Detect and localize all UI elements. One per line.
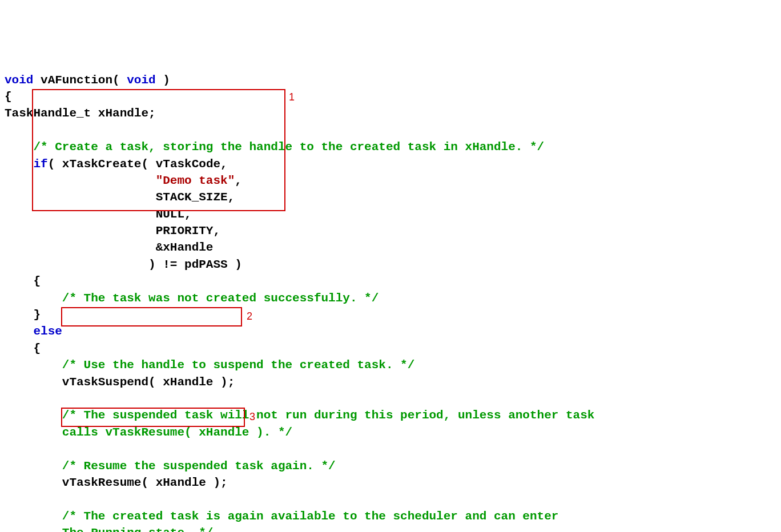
arg-handle: &xHandle	[5, 241, 213, 254]
code-block: void vAFunction( void ) { TaskHandle_t x…	[5, 72, 776, 532]
brace-open-3: {	[5, 342, 41, 355]
code-text: ,	[235, 174, 242, 187]
comment-resume: /* Resume the suspended task again. */	[5, 460, 336, 473]
call-vtaskresume: vTaskResume( xHandle );	[5, 476, 228, 489]
comment-suspend: /* Use the handle to suspend the created…	[5, 358, 414, 372]
keyword-else: else	[33, 325, 62, 338]
comment-fail: /* The task was not created successfully…	[5, 292, 379, 305]
call-vtasksuspend: vTaskSuspend( xHandle );	[5, 376, 235, 389]
code-text: vAFunction(	[33, 74, 127, 87]
keyword-void-2: void	[127, 74, 155, 87]
comment-create: /* Create a task, storing the handle to …	[5, 140, 544, 154]
arg-null: NULL,	[5, 208, 192, 221]
code-text: )	[156, 74, 170, 87]
indent	[5, 174, 156, 187]
if-close: ) != pdPASS )	[5, 258, 242, 271]
indent	[5, 325, 33, 338]
var-decl: TaskHandle_t xHandle;	[5, 107, 156, 120]
comment-period-2: calls vTaskResume( xHandle ). */	[5, 426, 292, 439]
string-literal: "Demo task"	[156, 174, 235, 187]
brace-open-2: {	[5, 275, 41, 288]
comment-avail-1: /* The created task is again available t…	[5, 510, 558, 523]
brace-close-2: }	[5, 308, 41, 321]
brace-open: {	[5, 90, 12, 103]
keyword-void: void	[5, 74, 33, 87]
indent	[5, 158, 33, 171]
arg-stack-size: STACK_SIZE,	[5, 191, 235, 204]
keyword-if: if	[33, 158, 47, 171]
code-text: ( xTaskCreate( vTaskCode,	[48, 158, 228, 171]
comment-period-1: /* The suspended task will not run durin…	[5, 409, 594, 422]
comment-avail-2: The Running state. */	[5, 526, 213, 532]
arg-priority: PRIORITY,	[5, 224, 220, 237]
